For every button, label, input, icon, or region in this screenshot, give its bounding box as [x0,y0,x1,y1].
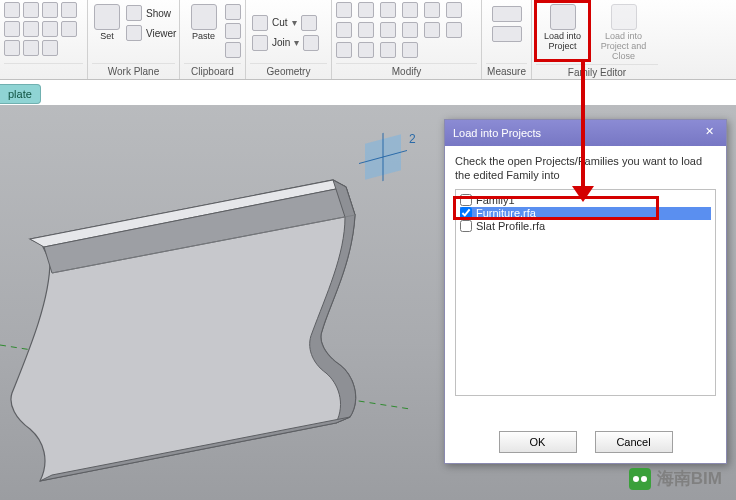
ribbon-group-work-plane: Set Show Viewer Work Plane [88,0,180,79]
measure-icon[interactable] [492,6,522,22]
dialog-instruction: Check the open Projects/Families you wan… [455,154,716,183]
annotation-arrow [581,60,585,190]
mirror-icon[interactable] [380,2,396,18]
tool-icon[interactable] [23,2,39,18]
viewer-button[interactable]: Viewer [124,24,178,42]
set-button[interactable]: Set [92,2,122,44]
split-icon[interactable] [303,35,319,51]
pin-icon[interactable] [424,22,440,38]
join-icon [252,35,268,51]
paste-button[interactable]: Paste [184,2,223,44]
move-icon[interactable] [402,2,418,18]
dialog-titlebar[interactable]: Load into Projects ✕ [445,120,726,146]
tool-icon[interactable] [4,40,20,56]
ribbon-group-modify: Modify [332,0,482,79]
viewer-icon [126,25,142,41]
cancel-button[interactable]: Cancel [595,431,673,453]
matchtype-icon[interactable] [225,42,241,58]
ribbon: Set Show Viewer Work Plane Paste [0,0,736,80]
load-into-project-close-button[interactable]: Load into Project and Close [589,2,658,64]
watermark: 海南BIM [629,467,722,490]
dialog-title-text: Load into Projects [453,127,541,139]
load-into-projects-dialog: Load into Projects ✕ Check the open Proj… [444,119,727,464]
group-label-family-editor: Family Editor [536,64,658,80]
project-list[interactable]: Family1 Furniture.rfa Slat Profile.rfa [455,189,716,396]
watermark-text: 海南BIM [657,467,722,490]
ribbon-group-measure: Measure [482,0,532,79]
split2-icon[interactable] [358,22,374,38]
load-into-project-icon [550,4,576,30]
tool-icon[interactable] [23,40,39,56]
dimension-icon[interactable] [492,26,522,42]
trim-icon[interactable] [336,22,352,38]
family-geometry [11,180,356,481]
show-icon [126,5,142,21]
cut-clipboard-icon[interactable] [225,4,241,20]
splitgap-icon[interactable] [402,42,418,58]
offset-icon[interactable] [358,2,374,18]
show-button[interactable]: Show [124,4,178,22]
tool-icon[interactable] [23,21,39,37]
wechat-icon [629,468,651,490]
panel-tab-plate[interactable]: plate [0,84,41,104]
align-icon[interactable] [336,2,352,18]
list-item-label: Furniture.rfa [476,207,536,219]
group-label-geometry: Geometry [250,63,327,79]
tool-icon[interactable] [61,2,77,18]
join-button[interactable]: Join ▾ [250,34,321,52]
group-label-measure: Measure [486,63,527,79]
load-into-project-close-icon [611,4,637,30]
ribbon-group-clipboard: Paste Clipboard [180,0,246,79]
ribbon-group-family-editor: Load into Project Load into Project and … [532,0,662,79]
copy-icon[interactable] [424,2,440,18]
cut-button[interactable]: Cut ▾ [250,14,319,32]
extend-icon[interactable] [358,42,374,58]
array-icon[interactable] [380,22,396,38]
ok-button[interactable]: OK [499,431,577,453]
list-checkbox[interactable] [460,220,472,232]
delete-icon[interactable] [336,42,352,58]
annotation-arrow-head [572,186,594,202]
paste-icon [191,4,217,30]
list-checkbox[interactable] [460,194,472,206]
list-item[interactable]: Furniture.rfa [460,207,711,220]
scale-icon[interactable] [402,22,418,38]
tool-icon[interactable] [4,2,20,18]
ribbon-group-geometry: Cut ▾ Join ▾ Geometry [246,0,332,79]
close-icon[interactable]: ✕ [700,125,718,141]
cut-icon [252,15,268,31]
cope-icon[interactable] [301,15,317,31]
list-item[interactable]: Slat Profile.rfa [460,220,711,233]
tool-icon[interactable] [42,2,58,18]
list-checkbox[interactable] [460,207,472,219]
tool-icon[interactable] [42,21,58,37]
set-icon [94,4,120,30]
unpin-icon[interactable] [446,22,462,38]
tool-icon[interactable] [61,21,77,37]
corner-icon[interactable] [380,42,396,58]
list-item-label: Slat Profile.rfa [476,220,545,232]
group-label-clipboard: Clipboard [184,63,241,79]
copy-clipboard-icon[interactable] [225,23,241,39]
rotate-icon[interactable] [446,2,462,18]
tool-icon[interactable] [4,21,20,37]
tool-icon[interactable] [42,40,58,56]
list-item-label: Family1 [476,194,515,206]
group-label-modify: Modify [336,63,477,79]
group-label-work-plane: Work Plane [92,63,175,79]
axis-label: 2 [409,132,416,146]
load-into-project-button[interactable]: Load into Project [536,2,589,60]
